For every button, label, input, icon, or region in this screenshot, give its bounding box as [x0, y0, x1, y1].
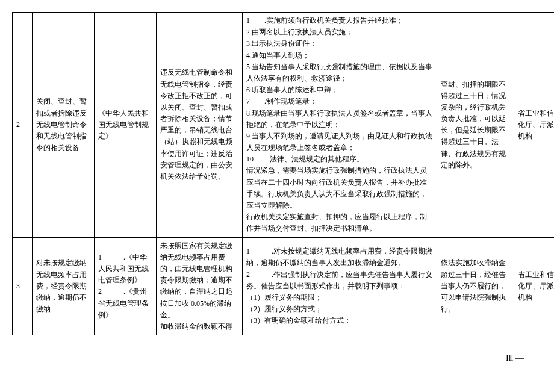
- table-row: 3 对未按规定缴纳无线电频率占用费，经责令限期缴纳，逾期仍不缴纳 1 .《中华人…: [13, 237, 555, 335]
- condition: 违反无线电管制命令和无线电管制指令，经责令改正拒不改正的，可以关闭、查封、暂扣或…: [157, 13, 243, 238]
- deadline: 依法实施加收滞纳金超过三十日，经催告当事人仍不履行的，可以申请法院强制执行。: [437, 237, 514, 335]
- table-row: 2 关闭、查封、暂扣或者拆除违反无线电管制命令和无线电管制指令的相关设备 《中华…: [13, 13, 555, 238]
- procedure: 1 .对未按规定缴纳无线电频率占用费，经责令限期缴纳，逾期仍不缴纳的当事人发出加…: [243, 237, 437, 335]
- page-number: Ill —: [12, 353, 542, 363]
- agency: 省工业和信息化厅、厅派出机构: [514, 13, 555, 238]
- row-number: 2: [13, 13, 33, 238]
- agency: 省工业和信息化厅、厅派出机构: [514, 237, 555, 335]
- legal-basis: 《中华人民共和国无线电管制规定》: [95, 13, 157, 238]
- deadline: 查封、扣押的期限不得超过三十日；情况复杂的，经行政机关负责人批准，可以延长，但是…: [437, 13, 514, 238]
- item-name: 对未按规定缴纳无线电频率占用费，经责令限期缴纳，逾期仍不缴纳: [33, 237, 95, 335]
- row-number: 3: [13, 237, 33, 335]
- regulation-table: 2 关闭、查封、暂扣或者拆除违反无线电管制命令和无线电管制指令的相关设备 《中华…: [12, 12, 554, 335]
- procedure: 1 .实施前须向行政机关负责人报告并经批准；2.由两名以上行政执法人员实施；3.…: [243, 13, 437, 238]
- condition: 未按照国家有关规定缴纳无线电频率占用费的，由无线电管理机构责令限期缴纳；逾期不缴…: [157, 237, 243, 335]
- legal-basis: 1 .《中华人民共和国无线电管理条例》2 .《贵州省无线电管理条例》: [95, 237, 157, 335]
- item-name: 关闭、查封、暂扣或者拆除违反无线电管制命令和无线电管制指令的相关设备: [33, 13, 95, 238]
